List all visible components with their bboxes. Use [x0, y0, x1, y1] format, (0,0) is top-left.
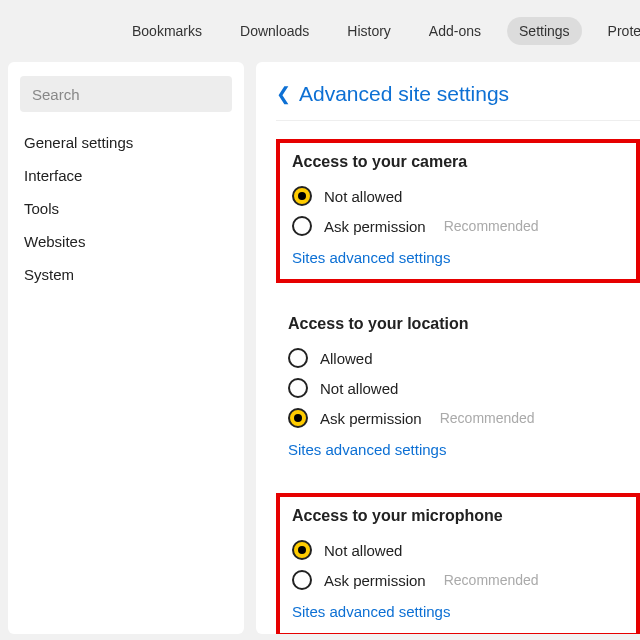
- main-panel: ❮ Advanced site settings Access to your …: [256, 62, 640, 634]
- radio-label: Not allowed: [324, 188, 402, 205]
- tab-add-ons[interactable]: Add-ons: [417, 17, 493, 45]
- radio-option[interactable]: Ask permissionRecommended: [288, 403, 628, 433]
- sites-advanced-settings-link[interactable]: Sites advanced settings: [292, 603, 450, 620]
- radio-label: Ask permission: [320, 410, 422, 427]
- sidebar-item-interface[interactable]: Interface: [20, 159, 232, 192]
- section-title: Access to your camera: [292, 153, 624, 171]
- radio-label: Not allowed: [320, 380, 398, 397]
- sites-advanced-settings-link[interactable]: Sites advanced settings: [288, 441, 446, 458]
- tab-protect[interactable]: Protect: [596, 17, 640, 45]
- page-title: Advanced site settings: [299, 82, 509, 106]
- recommended-label: Recommended: [440, 410, 535, 426]
- sidebar-item-system[interactable]: System: [20, 258, 232, 291]
- tab-settings[interactable]: Settings: [507, 17, 582, 45]
- radio-label: Ask permission: [324, 218, 426, 235]
- radio-icon[interactable]: [288, 348, 308, 368]
- tab-bookmarks[interactable]: Bookmarks: [120, 17, 214, 45]
- sidebar-item-general-settings[interactable]: General settings: [20, 126, 232, 159]
- section-title: Access to your location: [288, 315, 628, 333]
- radio-label: Not allowed: [324, 542, 402, 559]
- radio-icon[interactable]: [292, 540, 312, 560]
- search-input[interactable]: [20, 76, 232, 112]
- section-1: Access to your locationAllowedNot allowe…: [276, 305, 640, 471]
- radio-option[interactable]: Not allowed: [288, 373, 628, 403]
- topbar: BookmarksDownloadsHistoryAdd-onsSettings…: [0, 0, 640, 62]
- radio-option[interactable]: Not allowed: [292, 181, 624, 211]
- tab-history[interactable]: History: [335, 17, 403, 45]
- radio-label: Allowed: [320, 350, 373, 367]
- radio-label: Ask permission: [324, 572, 426, 589]
- layout: General settingsInterfaceToolsWebsitesSy…: [0, 62, 640, 634]
- back-chevron-icon[interactable]: ❮: [276, 83, 293, 105]
- sidebar-item-websites[interactable]: Websites: [20, 225, 232, 258]
- sidebar: General settingsInterfaceToolsWebsitesSy…: [8, 62, 244, 634]
- recommended-label: Recommended: [444, 218, 539, 234]
- tab-downloads[interactable]: Downloads: [228, 17, 321, 45]
- radio-option[interactable]: Ask permissionRecommended: [292, 211, 624, 241]
- section-2: Access to your microphoneNot allowedAsk …: [276, 493, 640, 634]
- radio-option[interactable]: Allowed: [288, 343, 628, 373]
- section-title: Access to your microphone: [292, 507, 624, 525]
- radio-option[interactable]: Ask permissionRecommended: [292, 565, 624, 595]
- radio-icon[interactable]: [292, 216, 312, 236]
- recommended-label: Recommended: [444, 572, 539, 588]
- sites-advanced-settings-link[interactable]: Sites advanced settings: [292, 249, 450, 266]
- page-title-row: ❮ Advanced site settings: [276, 82, 640, 121]
- section-0: Access to your cameraNot allowedAsk perm…: [276, 139, 640, 283]
- radio-option[interactable]: Not allowed: [292, 535, 624, 565]
- radio-icon[interactable]: [292, 570, 312, 590]
- sidebar-item-tools[interactable]: Tools: [20, 192, 232, 225]
- radio-icon[interactable]: [288, 408, 308, 428]
- radio-icon[interactable]: [292, 186, 312, 206]
- radio-icon[interactable]: [288, 378, 308, 398]
